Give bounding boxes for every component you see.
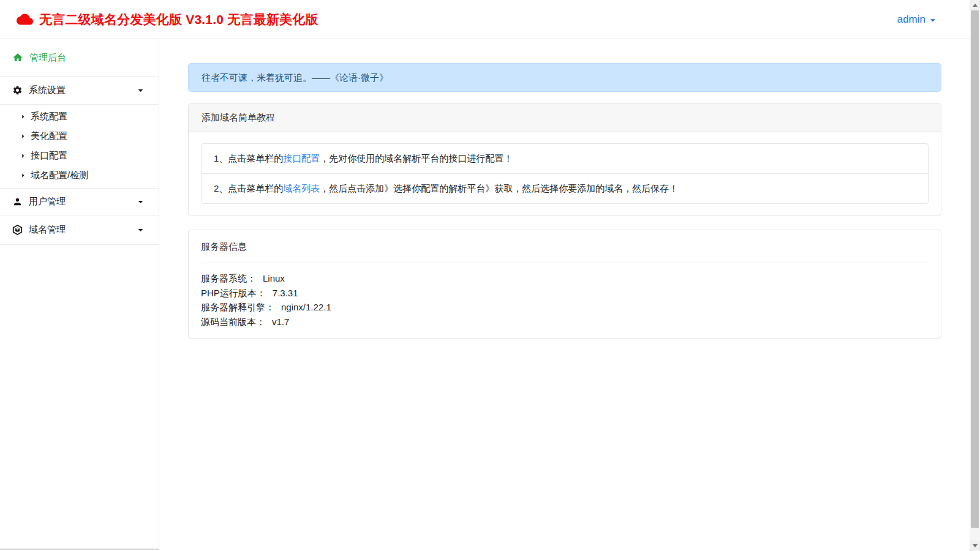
- caret-right-icon: [18, 132, 28, 141]
- server-engine-value: nginx/1.22.1: [281, 302, 331, 312]
- caret-right-icon: [18, 151, 28, 160]
- php-version-label: PHP运行版本：: [201, 288, 266, 298]
- caret-right-icon: [18, 112, 28, 121]
- server-os-row: 服务器系统：Linux: [201, 271, 929, 286]
- sidebar-subitem-label: 接口配置: [31, 150, 67, 162]
- tutorial-card-body: 1、点击菜单栏的接口配置，先对你使用的域名解析平台的接口进行配置！ 2、点击菜单…: [189, 132, 941, 215]
- sidebar-item-label: 管理后台: [29, 52, 66, 64]
- caret-down-icon: [135, 84, 146, 96]
- server-engine-label: 服务器解释引擎：: [201, 302, 274, 312]
- server-info-card: 服务器信息 服务器系统：Linux PHP运行版本：7.3.31 服务器解释引擎…: [188, 230, 941, 339]
- sidebar-subitem-api-config[interactable]: 接口配置: [0, 146, 159, 165]
- caret-down-icon: [135, 196, 146, 208]
- user-dropdown[interactable]: admin: [897, 12, 939, 26]
- sidebar-item-label: 系统设置: [29, 84, 66, 96]
- source-version-row: 源码当前版本：v1.7: [201, 315, 929, 329]
- server-os-value: Linux: [263, 273, 285, 283]
- sidebar-subitem-domain-config-check[interactable]: 域名配置/检测: [0, 165, 159, 185]
- quote-alert: 往者不可谏，来着犹可追。——《论语·微子》: [188, 63, 941, 92]
- php-version-value: 7.3.31: [273, 288, 298, 298]
- step-text: 1、点击菜单栏的: [214, 153, 283, 163]
- sidebar-item-dashboard[interactable]: 管理后台: [0, 39, 159, 77]
- main-content: 往者不可谏，来着犹可追。——《论语·微子》 添加域名简单教程 1、点击菜单栏的接…: [159, 39, 970, 551]
- scroll-down-button[interactable]: [970, 541, 980, 551]
- step-text: 2、点击菜单栏的: [214, 183, 283, 193]
- cloud-icon: [17, 11, 33, 28]
- brand[interactable]: 无言二级域名分发美化版 V3.1.0 无言最新美化版: [17, 11, 318, 28]
- server-engine-row: 服务器解释引擎：nginx/1.22.1: [201, 300, 929, 315]
- top-navbar: 无言二级域名分发美化版 V3.1.0 无言最新美化版 admin: [0, 0, 970, 39]
- sidebar-subitem-label: 系统配置: [31, 111, 67, 122]
- system-settings-submenu: 系统配置 美化配置 接口配置 域名配置/检测: [0, 105, 159, 189]
- triangle-down-icon: [973, 544, 978, 547]
- server-info-title: 服务器信息: [201, 241, 929, 253]
- sidebar-item-label: 域名管理: [29, 224, 66, 236]
- caret-right-icon: [18, 171, 28, 180]
- divider: [201, 263, 929, 263]
- interface-config-link[interactable]: 接口配置: [283, 153, 320, 163]
- user-name: admin: [897, 13, 925, 26]
- caret-down-icon: [135, 224, 146, 236]
- tutorial-steps-list: 1、点击菜单栏的接口配置，先对你使用的域名解析平台的接口进行配置！ 2、点击菜单…: [201, 143, 929, 204]
- scrollbar-thumb[interactable]: [971, 10, 979, 528]
- scroll-up-button[interactable]: [970, 0, 980, 10]
- sidebar-item-system-settings[interactable]: 系统设置: [0, 77, 159, 105]
- server-info-body: 服务器信息 服务器系统：Linux PHP运行版本：7.3.31 服务器解释引擎…: [189, 230, 941, 338]
- sidebar-item-user-management[interactable]: 用户管理: [0, 189, 159, 216]
- caret-down-icon: [927, 14, 939, 26]
- sidebar-subitem-beautify-config[interactable]: 美化配置: [0, 126, 159, 146]
- domain-list-link[interactable]: 域名列表: [283, 183, 320, 193]
- tutorial-step-1: 1、点击菜单栏的接口配置，先对你使用的域名解析平台的接口进行配置！: [202, 144, 928, 173]
- sidebar-subitem-label: 美化配置: [31, 130, 67, 142]
- sidebar-item-domain-management[interactable]: 域名管理: [0, 216, 159, 245]
- sidebar: 管理后台 系统设置 系统配置 美化配置 接口配置 域名配置/检测 用户管理: [0, 39, 159, 550]
- sidebar-item-label: 用户管理: [29, 196, 66, 208]
- quote-text: 往者不可谏，来着犹可追。——《论语·微子》: [202, 72, 388, 83]
- sidebar-subitem-system-config[interactable]: 系统配置: [0, 107, 159, 126]
- brand-title: 无言二级域名分发美化版 V3.1.0 无言最新美化版: [39, 11, 318, 28]
- sidebar-subitem-label: 域名配置/检测: [31, 170, 88, 181]
- server-os-label: 服务器系统：: [201, 273, 256, 283]
- step-text: ，先对你使用的域名解析平台的接口进行配置！: [320, 153, 513, 163]
- tutorial-card-header: 添加域名简单教程: [189, 104, 941, 132]
- source-version-value: v1.7: [272, 317, 289, 327]
- tutorial-step-2: 2、点击菜单栏的域名列表，然后点击添加》选择你配置的解析平台》获取，然后选择你要…: [202, 173, 928, 203]
- user-icon: [12, 197, 23, 207]
- vertical-scrollbar[interactable]: [970, 0, 980, 551]
- home-icon: [12, 52, 23, 63]
- php-version-row: PHP运行版本：7.3.31: [201, 286, 929, 301]
- cube-icon: [12, 225, 23, 235]
- tutorial-card: 添加域名简单教程 1、点击菜单栏的接口配置，先对你使用的域名解析平台的接口进行配…: [188, 103, 941, 216]
- step-text: ，然后点击添加》选择你配置的解析平台》获取，然后选择你要添加的域名，然后保存！: [320, 183, 678, 193]
- gear-icon: [12, 85, 23, 96]
- source-version-label: 源码当前版本：: [201, 317, 265, 327]
- triangle-up-icon: [973, 4, 978, 7]
